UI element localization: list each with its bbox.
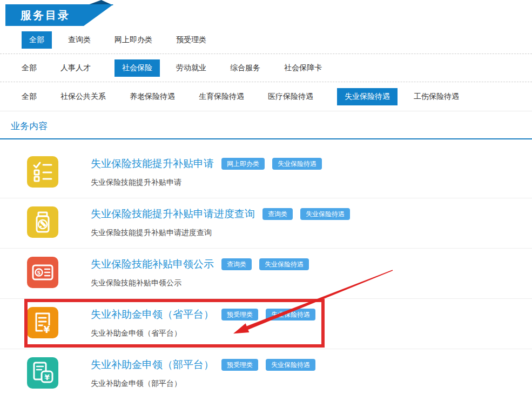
payment-doc-yuan-icon: ¥: [27, 357, 58, 389]
service-item-skill-subsidy-apply[interactable]: 失业保险技能提升补贴申请 网上即办类 失业保险待遇 失业保险技能提升补贴申请: [0, 148, 532, 198]
service-title-link[interactable]: 失业补助金申领（部平台）: [91, 358, 214, 372]
service-list: 失业保险技能提升补贴申请 网上即办类 失业保险待遇 失业保险技能提升补贴申请 失…: [0, 148, 532, 394]
filter-dept-employment[interactable]: 劳动就业: [176, 63, 206, 73]
filter-cat-all[interactable]: 全部: [22, 92, 37, 102]
service-category-tag: 失业保险待遇: [272, 158, 322, 170]
filter-panel: 全部 查询类 网上即办类 预受理类 全部 人事人才 社会保险 劳动就业 综合服务…: [0, 26, 532, 111]
service-category-tag: 失业保险待遇: [259, 258, 309, 270]
service-type-tag: 查询类: [262, 208, 293, 220]
service-category-tag: 失业保险待遇: [266, 359, 315, 371]
service-item-unemployment-benefit-province[interactable]: ¥ 失业补助金申领（省平台） 预受理类 失业保险待遇 失业补助金申领（省平台）: [0, 299, 532, 349]
service-category-tag: 失业保险待遇: [266, 309, 315, 320]
filter-row-department: 全部 人事人才 社会保险 劳动就业 综合服务 社会保障卡: [0, 54, 532, 82]
service-type-tag: 预受理类: [221, 309, 258, 320]
business-content-section-header: 业务内容: [0, 114, 532, 139]
filter-cat-public-relations[interactable]: 社保公共关系: [60, 92, 106, 102]
service-body: 失业保险技能补贴申领公示 查询类 失业保险待遇 失业保险技能补贴申领公示: [91, 257, 309, 288]
filter-dept-all[interactable]: 全部: [22, 63, 37, 73]
service-subtitle: 失业保险技能补贴申领公示: [91, 278, 309, 288]
filter-service-type-pre-accept[interactable]: 预受理类: [176, 35, 206, 45]
service-body: 失业补助金申领（部平台） 预受理类 失业保险待遇 失业补助金申领（部平台）: [91, 357, 315, 389]
filter-row-insurance-category: 全部 社保公共关系 养老保险待遇 生育保险待遇 医疗保险待遇 失业保险待遇 工伤…: [0, 82, 532, 111]
svg-text:¥: ¥: [44, 373, 50, 382]
filter-dept-social-insurance[interactable]: 社会保险: [115, 59, 160, 77]
filter-service-type-query[interactable]: 查询类: [68, 35, 91, 45]
filter-cat-unemployment[interactable]: 失业保险待遇: [337, 88, 398, 105]
service-type-tag: 预受理类: [221, 359, 258, 371]
service-item-skill-subsidy-progress-query[interactable]: 失业保险技能提升补贴申请进度查询 查询类 失业保险待遇 失业保险技能提升补贴申请…: [0, 198, 532, 249]
service-body: 失业补助金申领（省平台） 预受理类 失业保险待遇 失业补助金申领（省平台）: [91, 307, 315, 338]
filter-row-service-type: 全部 查询类 网上即办类 预受理类: [0, 26, 532, 54]
service-body: 失业保险技能提升补贴申请 网上即办类 失业保险待遇 失业保险技能提升补贴申请: [91, 156, 322, 188]
service-title-link[interactable]: 失业保险技能提升补贴申请: [91, 157, 214, 171]
service-type-tag: 查询类: [221, 258, 252, 270]
social-security-card-icon: S: [27, 257, 58, 288]
banner-ribbon: 服务目录: [5, 4, 113, 26]
svg-text:¥: ¥: [44, 324, 50, 335]
service-title-link[interactable]: 失业保险技能提升补贴申请进度查询: [91, 207, 255, 221]
service-subtitle: 失业保险技能提升补贴申请: [91, 178, 322, 188]
filter-cat-medical[interactable]: 医疗保险待遇: [268, 92, 313, 102]
filter-dept-social-card[interactable]: 社会保障卡: [284, 63, 322, 73]
checklist-icon: [27, 156, 58, 188]
banner-title: 服务目录: [21, 8, 70, 23]
filter-service-type-online[interactable]: 网上即办类: [115, 35, 152, 45]
service-subtitle: 失业补助金申领（部平台）: [91, 379, 315, 389]
filter-service-type-all[interactable]: 全部: [22, 31, 52, 49]
service-item-skill-subsidy-publicity[interactable]: S 失业保险技能补贴申领公示 查询类 失业保险待遇 失业保险技能补贴申领公示: [0, 249, 532, 299]
service-title-link[interactable]: 失业补助金申领（省平台）: [91, 308, 214, 322]
service-title-link[interactable]: 失业保险技能补贴申领公示: [91, 257, 214, 271]
service-subtitle: 失业保险技能提升补贴申请进度查询: [91, 228, 350, 238]
filter-cat-work-injury[interactable]: 工伤保险待遇: [414, 92, 459, 102]
filter-cat-maternity[interactable]: 生育保险待遇: [199, 92, 244, 102]
service-type-tag: 网上即办类: [221, 158, 265, 170]
svg-text:S: S: [37, 270, 41, 276]
service-catalog-banner: 服务目录: [5, 0, 119, 26]
filter-dept-hr-talent[interactable]: 人事人才: [60, 63, 91, 73]
section-title: 业务内容: [11, 120, 48, 132]
filter-dept-comprehensive[interactable]: 综合服务: [230, 63, 260, 73]
service-body: 失业保险技能提升补贴申请进度查询 查询类 失业保险待遇 失业保险技能提升补贴申请…: [91, 206, 350, 238]
invoice-yuan-icon: ¥: [27, 307, 58, 338]
service-item-unemployment-benefit-ministry[interactable]: ¥ 失业补助金申领（部平台） 预受理类 失业保险待遇 失业补助金申领（部平台）: [0, 349, 532, 394]
medicine-bottle-icon: [27, 206, 58, 238]
service-subtitle: 失业补助金申领（省平台）: [91, 329, 315, 338]
service-category-tag: 失业保险待遇: [300, 208, 350, 220]
filter-cat-pension[interactable]: 养老保险待遇: [130, 92, 175, 102]
